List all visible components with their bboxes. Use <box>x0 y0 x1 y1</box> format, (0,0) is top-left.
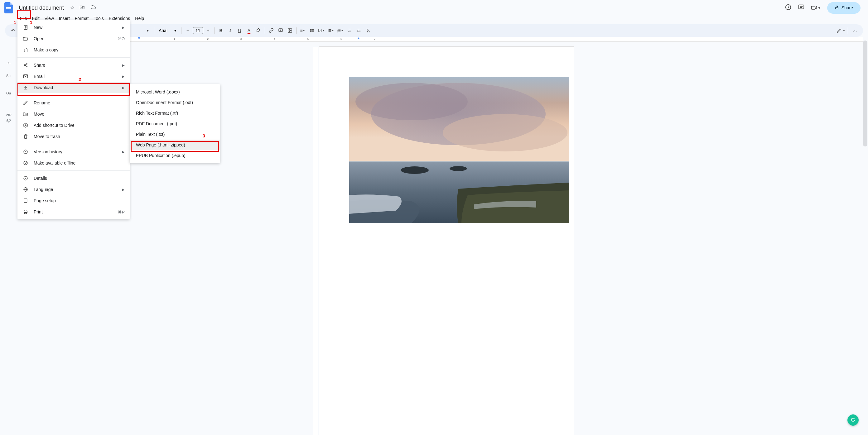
svg-rect-2 <box>6 10 9 10</box>
bullet-list-button[interactable]: ▼ <box>327 26 335 35</box>
svg-rect-4 <box>799 5 804 9</box>
inserted-image[interactable] <box>349 77 569 223</box>
insert-image-button[interactable] <box>286 26 294 35</box>
add-comment-button[interactable] <box>276 26 285 35</box>
annotation-label-3: 3 <box>203 133 205 138</box>
underline-button[interactable]: U <box>236 26 244 35</box>
collapse-toolbar-button[interactable]: ︿ <box>850 26 859 35</box>
download-option-opendocument[interactable]: OpenDocument Format (.odt) <box>130 97 220 108</box>
move-icon[interactable] <box>80 5 85 11</box>
italic-button[interactable]: I <box>226 26 235 35</box>
download-option-web[interactable]: Web Page (.html, zipped) <box>130 140 220 150</box>
print-icon <box>23 209 29 214</box>
shortcut-label: ⌘P <box>118 210 125 214</box>
menu-item-label: New <box>34 25 122 30</box>
svg-point-50 <box>27 64 27 65</box>
header-bar: Untitled document ☆ ▼ Share <box>0 0 868 14</box>
comments-icon[interactable] <box>798 4 805 12</box>
highlight-button[interactable] <box>254 26 263 35</box>
font-size-input[interactable]: 11 <box>193 27 203 34</box>
insert-link-button[interactable] <box>267 26 276 35</box>
file-menu-share[interactable]: Share▶ <box>18 60 130 71</box>
align-button[interactable]: ≡▼ <box>299 26 307 35</box>
download-icon <box>23 85 29 90</box>
file-menu-details[interactable]: Details <box>18 173 130 184</box>
file-menu-add-shortcut-to-drive[interactable]: Add shortcut to Drive <box>18 120 130 131</box>
download-submenu: Microsoft Word (.docx)OpenDocument Forma… <box>130 84 220 163</box>
svg-point-51 <box>27 66 27 67</box>
file-menu-open[interactable]: Open⌘O <box>18 33 130 44</box>
decrease-font-button[interactable]: − <box>183 26 192 35</box>
vertical-ruler[interactable] <box>313 47 318 435</box>
menu-item-label: Make a copy <box>34 47 125 52</box>
download-option-plain[interactable]: Plain Text (.txt) <box>130 129 220 140</box>
menu-item-label: Share <box>34 63 122 68</box>
editing-mode-button[interactable]: ▼ <box>837 26 845 35</box>
numbered-list-button[interactable]: 123▼ <box>336 26 344 35</box>
horizontal-ruler[interactable]: 1 2 3 4 5 6 7 <box>19 37 863 42</box>
document-title[interactable]: Untitled document <box>16 4 66 12</box>
annotation-label-2: 2 <box>79 77 81 82</box>
download-option-microsoft[interactable]: Microsoft Word (.docx) <box>130 87 220 97</box>
share-icon <box>23 63 29 68</box>
cloud-status-icon[interactable] <box>90 5 96 11</box>
grammarly-badge[interactable]: G <box>847 414 859 426</box>
file-menu-make-a-copy[interactable]: Make a copy <box>18 44 130 56</box>
meet-icon[interactable]: ▼ <box>811 5 821 11</box>
annotation-label-1b: 1 <box>30 20 32 25</box>
undo-button[interactable]: ↶ <box>9 26 18 35</box>
vertical-scrollbar[interactable] <box>863 40 867 146</box>
text-color-button[interactable]: A <box>245 26 253 35</box>
star-icon[interactable]: ☆ <box>70 5 74 11</box>
file-menu-language[interactable]: Language▶ <box>18 184 130 195</box>
back-arrow-icon[interactable]: ← <box>6 59 19 66</box>
svg-marker-34 <box>138 37 140 39</box>
svg-point-54 <box>24 161 27 165</box>
menubar: File Edit View Insert Format Tools Exten… <box>0 14 868 23</box>
file-menu-email[interactable]: Email▶ <box>18 71 130 82</box>
share-button[interactable]: Share <box>827 2 861 14</box>
file-menu-version-history[interactable]: Version history▶ <box>18 146 130 157</box>
menu-help[interactable]: Help <box>132 14 147 22</box>
svg-rect-17 <box>329 29 331 30</box>
history-icon <box>23 149 29 154</box>
document-page[interactable] <box>319 47 574 435</box>
share-button-label: Share <box>841 5 853 10</box>
submenu-arrow-icon: ▶ <box>122 75 125 78</box>
file-menu-page-setup[interactable]: Page setup <box>18 195 130 206</box>
file-menu-download[interactable]: Download▶ <box>18 82 130 93</box>
history-icon[interactable] <box>785 4 792 12</box>
menu-item-label: Details <box>34 176 125 181</box>
line-spacing-button[interactable] <box>308 26 316 35</box>
menu-item-label: Move to trash <box>34 134 125 139</box>
docs-logo-icon[interactable] <box>2 2 15 14</box>
svg-point-13 <box>289 30 290 31</box>
file-menu-move[interactable]: Move <box>18 108 130 120</box>
checklist-button[interactable]: ☑▼ <box>317 26 326 35</box>
submenu-arrow-icon: ▶ <box>122 150 125 154</box>
clear-formatting-button[interactable] <box>364 26 373 35</box>
decrease-indent-button[interactable] <box>345 26 354 35</box>
toolbar: ↶ · ▼ Arial▼ − 11 + B I U A ≡▼ ☑▼ ▼ 123▼… <box>5 24 863 37</box>
svg-point-14 <box>328 29 328 30</box>
font-family-select[interactable]: Arial▼ <box>156 28 179 33</box>
file-menu-print[interactable]: Print⌘P <box>18 206 130 218</box>
bold-button[interactable]: B <box>217 26 225 35</box>
offline-icon <box>23 161 29 165</box>
file-menu-new[interactable]: New▶ <box>18 22 130 33</box>
file-menu-rename[interactable]: Rename <box>18 97 130 108</box>
increase-indent-button[interactable] <box>354 26 363 35</box>
svg-point-42 <box>401 166 429 174</box>
menu-item-label: Make available offline <box>34 161 125 165</box>
file-menu-move-to-trash[interactable]: Move to trash <box>18 131 130 142</box>
svg-text:3: 3 <box>337 31 338 33</box>
download-option-pdf[interactable]: PDF Document (.pdf) <box>130 119 220 129</box>
outline-sidebar: ← Su Ou Heap <box>0 42 19 435</box>
download-option-epub[interactable]: EPUB Publication (.epub) <box>130 150 220 161</box>
increase-font-button[interactable]: + <box>204 26 213 35</box>
menu-item-label: Page setup <box>34 198 125 203</box>
menu-item-label: Add shortcut to Drive <box>34 123 125 128</box>
file-menu-make-available-offline[interactable]: Make available offline <box>18 157 130 169</box>
download-option-rich[interactable]: Rich Text Format (.rtf) <box>130 108 220 119</box>
globe-icon <box>23 187 29 192</box>
